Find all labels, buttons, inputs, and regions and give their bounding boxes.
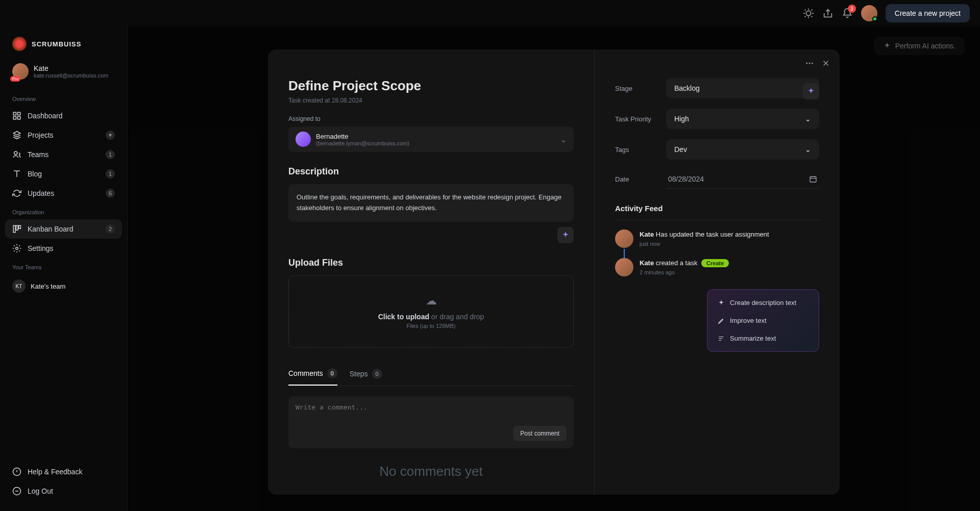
more-icon[interactable] (805, 59, 814, 68)
nav-projects[interactable]: Projects + (0, 125, 127, 145)
ai-improve-text[interactable]: Improve text (712, 312, 815, 329)
comment-input[interactable] (296, 403, 567, 419)
section-overview: Overview (0, 90, 127, 106)
priority-label: Task Priority (615, 115, 656, 123)
tab-steps[interactable]: Steps 0 (350, 362, 382, 386)
nav-label: Settings (28, 244, 54, 252)
nav-label: Dashboard (28, 112, 63, 120)
chevron-down-icon: ⌄ (805, 145, 811, 154)
ai-description-button[interactable] (557, 227, 574, 243)
nav-help[interactable]: Help & Feedback (0, 462, 127, 481)
user-avatar-small: Pro (12, 63, 29, 80)
tab-comments[interactable]: Comments 0 (288, 362, 337, 386)
tags-select[interactable]: Dev ⌄ (666, 139, 819, 160)
calendar-icon (809, 175, 817, 183)
kanban-icon (12, 224, 21, 234)
logout-icon (12, 487, 21, 496)
stage-value: Backlog (674, 84, 700, 92)
upload-dropzone[interactable]: ☁ Click to upload or drag and drop Files… (288, 275, 574, 348)
activity-time: just now (640, 241, 769, 247)
brand[interactable]: SCRUMBUISS (0, 37, 127, 63)
comment-composer: Post comment (288, 396, 574, 448)
nav-settings[interactable]: Settings (0, 239, 127, 258)
nav-logout[interactable]: Log Out (0, 481, 127, 501)
ai-create-description[interactable]: Create description text (712, 294, 815, 312)
assigned-to-label: Assigned to (288, 115, 574, 122)
task-title: Define Project Scope (288, 78, 574, 94)
menu-label: Improve text (730, 317, 767, 324)
no-comments-text: No comments yet (288, 464, 574, 479)
blog-count: 1 (106, 169, 115, 178)
nav-label: Help & Feedback (28, 468, 82, 476)
sparkle-icon (561, 231, 570, 239)
post-comment-button[interactable]: Post comment (513, 426, 567, 441)
stage-select[interactable]: Backlog ⌄ (666, 78, 819, 98)
modal-backdrop: Define Project Scope Task created at 28.… (128, 27, 980, 511)
section-your-teams: Your Teams (0, 258, 127, 274)
date-label: Date (615, 175, 656, 183)
svg-rect-6 (13, 225, 15, 233)
assignee-avatar (296, 132, 311, 147)
close-icon[interactable] (821, 59, 830, 68)
teams-count: 1 (106, 150, 115, 159)
assignee-select[interactable]: Bernadette (bernadette.lyman@scrumbuiss.… (288, 126, 574, 152)
layers-icon (12, 131, 21, 140)
user-avatar[interactable] (861, 5, 877, 21)
sparkle-icon (718, 299, 725, 306)
chevron-down-icon: ⌄ (805, 115, 811, 123)
assignee-name: Bernadette (316, 133, 409, 140)
activity-text: Kate created a task Create (640, 258, 729, 268)
bug-icon[interactable] (803, 8, 814, 19)
team-item[interactable]: KT Kate's team (0, 274, 127, 298)
activity-time: 2 minutes ago (640, 269, 729, 275)
nav-label: Updates (28, 189, 54, 197)
tags-label: Tags (615, 146, 656, 154)
svg-rect-2 (18, 112, 20, 115)
priority-select[interactable]: High ⌄ (666, 109, 819, 129)
nav-label: Projects (28, 131, 54, 139)
svg-point-0 (806, 11, 811, 15)
create-project-button[interactable]: Create a new project (886, 4, 970, 22)
svg-rect-15 (810, 176, 816, 182)
description-text[interactable]: Outline the goals, requirements, and del… (288, 184, 574, 222)
comments-count: 0 (327, 368, 337, 378)
assignee-email: (bernadette.lyman@scrumbuiss.com) (316, 140, 409, 146)
svg-point-13 (809, 63, 811, 64)
svg-point-12 (806, 63, 807, 64)
date-input[interactable]: 08/28/2024 (666, 170, 819, 189)
task-modal: Define Project Scope Task created at 28.… (268, 49, 840, 495)
nav-teams[interactable]: Teams 1 (0, 145, 127, 164)
share-icon[interactable] (822, 8, 834, 19)
add-project-button[interactable]: + (106, 131, 115, 140)
upload-instruction: Click to upload or drag and drop (307, 313, 555, 321)
nav-dashboard[interactable]: Dashboard (0, 106, 127, 125)
nav-kanban[interactable]: Kanban Board 2 (5, 219, 122, 239)
svg-rect-8 (19, 225, 21, 228)
bell-icon[interactable]: 3 (842, 8, 853, 19)
svg-point-14 (812, 63, 813, 64)
ai-summarize-text[interactable]: Summarize text (712, 329, 815, 347)
task-created-at: Task created at 28.08.2024 (288, 97, 574, 104)
lines-icon (718, 335, 725, 342)
nav-label: Kanban Board (28, 225, 74, 233)
nav-label: Teams (28, 150, 48, 159)
team-avatar: KT (12, 279, 26, 293)
book-icon (12, 169, 21, 178)
team-name: Kate's team (31, 283, 65, 290)
svg-rect-4 (18, 117, 20, 119)
activity-item: Kate Has updated the task user assignmen… (615, 229, 819, 248)
description-heading: Description (288, 166, 574, 177)
tab-label: Comments (288, 369, 323, 377)
updates-count: 6 (106, 189, 115, 198)
current-user[interactable]: Pro Kate kate.russell@scrumbuiss.com (0, 63, 127, 90)
info-icon (12, 467, 21, 476)
priority-value: High (674, 115, 689, 123)
kanban-count: 2 (106, 224, 115, 234)
svg-point-9 (16, 247, 18, 250)
timeline-connector (624, 249, 625, 258)
nav-blog[interactable]: Blog 1 (0, 164, 127, 184)
notification-badge: 3 (848, 5, 856, 13)
nav-updates[interactable]: Updates 6 (0, 184, 127, 203)
section-organization: Organization (0, 203, 127, 219)
ai-actions-menu: Create description text Improve text Sum… (707, 289, 819, 352)
